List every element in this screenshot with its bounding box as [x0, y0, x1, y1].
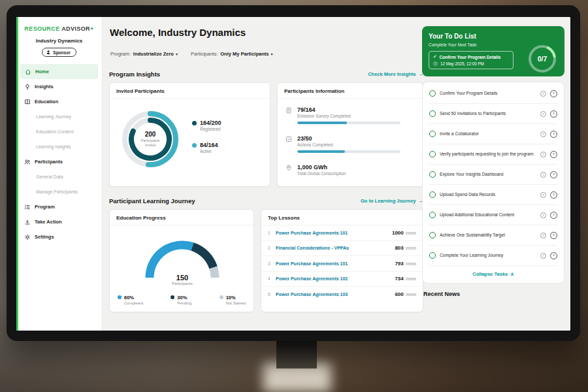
task-row-upload-educational-content[interactable]: Upload Additional Educational Content i … — [429, 205, 557, 225]
legend-pct: 60% — [124, 295, 143, 301]
chevron-right-icon[interactable]: › — [550, 110, 557, 118]
chevron-right-icon[interactable]: › — [550, 131, 557, 138]
lesson-title-link[interactable]: Power Purchase Agreements 101 — [276, 231, 392, 235]
task-row-explore-insights[interactable]: Explore Your Insights Dashboard i › — [429, 165, 557, 185]
next-task-box[interactable]: ✓ Confirm Your Program Details 12 May 20… — [429, 51, 514, 69]
person-icon — [46, 50, 51, 55]
info-icon[interactable]: i — [540, 233, 546, 238]
card-title: Education Progress — [110, 210, 253, 225]
task-checkbox[interactable] — [429, 110, 436, 117]
participants-information-card: Participants Information 79/164 Emission… — [277, 82, 423, 187]
sidebar-item-learning-journey[interactable]: Learning Journey — [16, 109, 102, 124]
task-checkbox[interactable] — [429, 252, 436, 259]
legend-pct: 10% — [226, 295, 246, 301]
info-icon[interactable]: i — [540, 131, 546, 137]
info-icon[interactable]: i — [540, 253, 546, 259]
chevron-right-icon[interactable]: › — [550, 171, 557, 178]
todo-title: Your To Do List — [429, 33, 558, 40]
sidebar-item-participants[interactable]: Participants — [16, 154, 102, 169]
task-checkbox[interactable] — [429, 232, 436, 238]
lesson-row[interactable]: 1 Power Purchase Agreements 101 1000 vie… — [261, 225, 423, 241]
lesson-title-link[interactable]: Power Purchase Agreements 103 — [276, 292, 395, 297]
participants-filter[interactable]: Participants: Only My Participants ▾ — [191, 51, 272, 57]
info-icon[interactable]: i — [540, 152, 546, 157]
info-icon[interactable]: i — [540, 91, 546, 97]
info-icon[interactable]: i — [540, 111, 546, 117]
logo-text-secondary: ADVISOR — [61, 25, 90, 32]
sidebar-item-education[interactable]: Education — [16, 94, 102, 109]
card-title: Participants Information — [278, 83, 423, 99]
gauge-center-caption: Participants — [140, 282, 225, 286]
chevron-right-icon[interactable]: › — [550, 232, 557, 239]
lesson-row[interactable]: 2 Financial Considerations - VPPAs 803 v… — [261, 241, 423, 257]
link-label: Check More Insights — [368, 71, 416, 77]
info-icon[interactable]: i — [540, 192, 546, 198]
chevron-right-icon[interactable]: › — [550, 191, 557, 199]
chevron-right-icon[interactable]: › — [550, 90, 557, 97]
sidebar-item-take-action[interactable]: Take Action — [16, 214, 102, 229]
program-filter[interactable]: Program: Industrialize Zero ▾ — [110, 51, 178, 57]
sidebar-item-program[interactable]: Program — [16, 199, 102, 214]
stat-value: 1,000 GWh — [297, 164, 346, 171]
education-legend: 60% Completed 30% Pending 10% Not Star — [118, 295, 246, 305]
chevron-down-icon: ▾ — [270, 52, 272, 56]
sidebar-item-general-data[interactable]: General Data — [16, 169, 102, 184]
task-row-complete-learning-journey[interactable]: Complete Your Learning Journey i › — [429, 246, 557, 266]
task-checkbox[interactable] — [429, 151, 436, 157]
program-filter-value: Industrialize Zero — [133, 51, 174, 57]
lesson-row[interactable]: 5 Power Purchase Agreements 103 600 view… — [261, 287, 423, 302]
lesson-row[interactable]: 3 Power Purchase Agreements 101 793 view… — [261, 256, 423, 272]
sidebar-item-insights[interactable]: Insights — [16, 79, 102, 94]
home-icon — [25, 69, 31, 75]
collapse-tasks-link[interactable]: Collapse Tasks ∧ — [429, 266, 557, 280]
task-label: Complete Your Learning Journey — [440, 253, 536, 259]
task-checkbox[interactable] — [429, 131, 436, 137]
lesson-title-link[interactable]: Power Purchase Agreements 102 — [276, 276, 395, 281]
task-checkbox[interactable] — [429, 90, 436, 97]
app-logo: RESOURCE ADVISOR+ — [20, 25, 98, 32]
sidebar-item-label: Learning Journey — [36, 114, 71, 119]
task-row-confirm-program[interactable]: Confirm Your Program Details i › — [429, 84, 557, 104]
task-row-invite-collaborator[interactable]: Invite a Collaborator i › — [429, 124, 557, 144]
link-label: Go to Learning Journey — [361, 198, 416, 204]
lesson-views: 793 — [395, 261, 403, 267]
program-filter-label: Program: — [110, 51, 131, 57]
book-icon — [24, 99, 31, 105]
sidebar-item-settings[interactable]: Settings — [16, 229, 102, 244]
sidebar-item-home[interactable]: Home — [20, 64, 98, 79]
task-row-achieve-sustainability-target[interactable]: Achieve One Sustainability Target i › — [429, 225, 557, 246]
card-title: Top Lessons — [261, 210, 423, 225]
chevron-right-icon[interactable]: › — [550, 252, 557, 259]
check-more-insights-link[interactable]: Check More Insights → — [368, 71, 423, 77]
views-word: views — [406, 292, 416, 297]
sidebar-item-label: Manage Participants — [36, 189, 78, 194]
lesson-rank: 4 — [268, 276, 276, 281]
education-progress-card: Education Progress 150 Participants 60% … — [109, 209, 254, 312]
sidebar-item-manage-participants[interactable]: Manage Participants — [16, 184, 102, 199]
legend-label: Completed — [124, 301, 143, 305]
sidebar-item-learning-insights[interactable]: Learning Insights — [16, 139, 102, 154]
task-checkbox[interactable] — [429, 191, 436, 198]
sidebar-item-education-content[interactable]: Education Content — [16, 124, 102, 139]
task-row-send-invitations[interactable]: Send 50 Invitations to Participants i › — [429, 104, 557, 124]
task-checkbox[interactable] — [429, 171, 436, 178]
task-checkbox[interactable] — [429, 212, 436, 218]
go-to-learning-journey-link[interactable]: Go to Learning Journey → — [361, 198, 423, 204]
task-row-upload-spend-data[interactable]: Upload Spend Data Records i › — [429, 185, 557, 205]
task-label: Invite a Collaborator — [440, 131, 536, 137]
info-icon[interactable]: i — [540, 212, 546, 218]
legend-item-pending: 30% Pending — [171, 295, 191, 305]
lesson-title-link[interactable]: Financial Considerations - VPPAs — [276, 246, 395, 250]
lesson-row[interactable]: 4 Power Purchase Agreements 102 734 view… — [261, 272, 423, 287]
stat-actions-completed: 23/50 Actions Completed — [286, 135, 415, 153]
lesson-title-link[interactable]: Power Purchase Agreements 101 — [276, 261, 395, 266]
chevron-right-icon[interactable]: › — [550, 151, 557, 158]
legend-item-active: 84/164 Active — [192, 142, 221, 154]
info-icon[interactable]: i — [540, 172, 546, 178]
gauge-center-label: 150 Participants — [140, 274, 225, 286]
sponsor-badge[interactable]: Sponsor — [42, 48, 76, 57]
chevron-right-icon[interactable]: › — [550, 212, 557, 219]
task-row-verify-participants[interactable]: Verify participants requesting to join t… — [429, 144, 557, 165]
lesson-rank: 2 — [268, 246, 276, 250]
lesson-views: 803 — [395, 245, 403, 251]
